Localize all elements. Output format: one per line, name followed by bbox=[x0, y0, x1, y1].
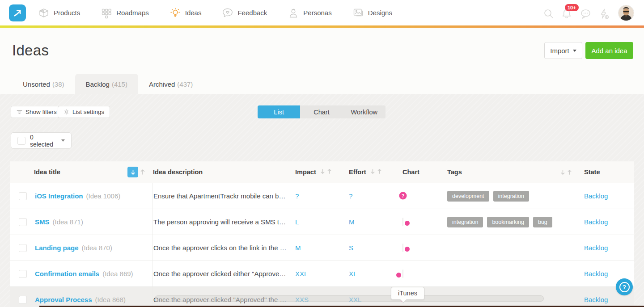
tags-cell: integrationbookmarkingbug bbox=[447, 217, 584, 227]
question-mark-icon: ? bbox=[619, 282, 630, 292]
chevron-down-icon bbox=[61, 139, 65, 142]
row-checkbox[interactable] bbox=[19, 270, 27, 278]
prodpad-logo[interactable] bbox=[9, 4, 26, 21]
impact-effort-chart-icon[interactable]: ? bbox=[402, 192, 403, 200]
arrow-down-icon bbox=[560, 169, 566, 175]
view-segment-workflow[interactable]: Workflow bbox=[343, 105, 386, 118]
idea-title-link[interactable]: iOS Integration bbox=[35, 192, 83, 200]
nav-item-label: Designs bbox=[368, 9, 392, 17]
add-idea-label: Add an idea bbox=[591, 47, 627, 55]
arrow-up-icon bbox=[326, 168, 332, 174]
row-checkbox[interactable] bbox=[19, 192, 27, 200]
state-label: State bbox=[584, 168, 600, 176]
row-checkbox[interactable] bbox=[19, 218, 27, 226]
nav-item-designs[interactable]: Designs bbox=[352, 7, 392, 19]
impact-effort-chart-icon[interactable] bbox=[402, 269, 403, 278]
effort-value[interactable]: ? bbox=[349, 192, 352, 200]
table-row[interactable]: SMS (Idea 871) The person approving will… bbox=[10, 209, 634, 235]
idea-title-link[interactable]: Landing page bbox=[35, 244, 79, 252]
show-filters-button[interactable]: Show filters bbox=[11, 106, 63, 118]
nav-item-ideas[interactable]: Ideas bbox=[169, 7, 202, 19]
picture-icon bbox=[352, 7, 364, 19]
state-link[interactable]: Backlog bbox=[584, 192, 608, 200]
tag-pill[interactable]: bug bbox=[533, 217, 552, 227]
tag-pill[interactable]: integration bbox=[493, 191, 529, 202]
nav-item-feedback[interactable]: Feedback bbox=[222, 7, 267, 19]
gear-icon bbox=[64, 109, 69, 115]
idea-title-link[interactable]: Approval Process bbox=[35, 296, 92, 303]
state-link[interactable]: Backlog bbox=[584, 296, 608, 303]
effort-value[interactable]: XL bbox=[349, 270, 357, 278]
impact-value[interactable]: M bbox=[295, 244, 301, 252]
tag-pill[interactable]: development bbox=[447, 191, 489, 202]
nav-item-personas[interactable]: Personas bbox=[288, 7, 331, 19]
row-checkbox[interactable] bbox=[19, 296, 27, 304]
header-tags: Tags bbox=[447, 168, 584, 176]
messages-icon[interactable] bbox=[579, 8, 592, 20]
state-link[interactable]: Backlog bbox=[584, 244, 608, 252]
table-row[interactable]: iOS Integration (Idea 1006) Ensure that … bbox=[10, 183, 634, 209]
search-icon[interactable] bbox=[542, 8, 555, 20]
header-impact[interactable]: Impact bbox=[295, 168, 349, 176]
tags-sort-controls[interactable] bbox=[560, 169, 584, 175]
add-idea-button[interactable]: Add an idea bbox=[585, 42, 633, 59]
sort-desc-active-button[interactable] bbox=[127, 167, 138, 177]
impact-effort-chart-icon[interactable] bbox=[402, 218, 403, 226]
list-settings-button[interactable]: List settings bbox=[58, 106, 110, 118]
idea-title-link[interactable]: SMS bbox=[35, 218, 50, 226]
horizontal-scrollbar-thumb[interactable] bbox=[155, 295, 544, 302]
state-link[interactable]: Backlog bbox=[584, 218, 608, 226]
import-button[interactable]: Import bbox=[544, 42, 582, 59]
header-effort[interactable]: Effort bbox=[349, 168, 402, 176]
nav-item-label: Personas bbox=[303, 9, 331, 17]
chart-tooltip: iTunes bbox=[391, 287, 424, 300]
state-link[interactable]: Backlog bbox=[584, 270, 608, 278]
tag-pill[interactable]: integration bbox=[447, 217, 483, 227]
arrow-up-right-icon bbox=[13, 8, 22, 18]
arrow-down-icon bbox=[130, 169, 136, 175]
row-checkbox[interactable] bbox=[19, 244, 27, 252]
impact-effort-chart-icon[interactable] bbox=[402, 244, 403, 252]
box-icon bbox=[38, 7, 50, 19]
tab-count: (38) bbox=[52, 80, 64, 88]
header-idea-title[interactable]: Idea title bbox=[27, 168, 152, 176]
page-title: Ideas bbox=[12, 42, 49, 59]
help-button[interactable]: ? bbox=[616, 278, 633, 295]
tab-label: Archived bbox=[149, 80, 175, 88]
tab-backlog[interactable]: Backlog(415) bbox=[75, 74, 138, 94]
nav-item-label: Ideas bbox=[185, 9, 202, 17]
arrow-up-icon bbox=[377, 168, 382, 174]
effort-sort-controls[interactable] bbox=[370, 168, 382, 174]
view-segment-list[interactable]: List bbox=[258, 105, 300, 118]
effort-value[interactable]: S bbox=[349, 244, 353, 252]
nav-item-products[interactable]: Products bbox=[38, 7, 80, 19]
idea-description: Once the approver clicks on the link in … bbox=[153, 244, 287, 252]
impact-value[interactable]: XXL bbox=[295, 270, 308, 278]
effort-value[interactable]: M bbox=[349, 218, 355, 226]
view-segment-chart[interactable]: Chart bbox=[300, 105, 343, 118]
arrow-up-icon[interactable] bbox=[140, 169, 146, 175]
chart-dot bbox=[405, 221, 410, 226]
impact-value[interactable]: L bbox=[295, 218, 299, 226]
user-avatar[interactable] bbox=[619, 5, 634, 21]
controls-row: Show filters List settings ListChartWork… bbox=[0, 105, 644, 119]
notification-badge: 10+ bbox=[565, 4, 579, 11]
table-row[interactable]: Landing page (Idea 870) Once the approve… bbox=[10, 235, 634, 261]
select-all-checkbox[interactable] bbox=[17, 137, 25, 145]
ideas-table: Idea title Idea description Impact Effor bbox=[10, 161, 634, 307]
tab-archived[interactable]: Archived(437) bbox=[138, 74, 203, 94]
chart-dot: ? bbox=[399, 192, 407, 200]
tag-pill[interactable]: bookmarking bbox=[487, 217, 529, 227]
idea-number: (Idea 871) bbox=[53, 218, 83, 226]
idea-tabs: Unsorted(38)Backlog(415)Archived(437) bbox=[12, 74, 203, 94]
quick-add-icon[interactable] bbox=[597, 8, 610, 20]
impact-sort-controls[interactable] bbox=[320, 168, 332, 174]
table-row[interactable]: Confirmation emails (Idea 869) Once the … bbox=[10, 261, 634, 287]
idea-title-link[interactable]: Confirmation emails bbox=[35, 270, 99, 278]
nav-item-roadmaps[interactable]: Roadmaps bbox=[101, 7, 149, 19]
selection-dropdown[interactable]: 0 selected bbox=[11, 132, 72, 149]
tab-unsorted[interactable]: Unsorted(38) bbox=[12, 74, 75, 94]
title-sort-controls bbox=[127, 167, 146, 177]
person-icon bbox=[288, 7, 299, 19]
impact-value[interactable]: ? bbox=[295, 192, 299, 200]
